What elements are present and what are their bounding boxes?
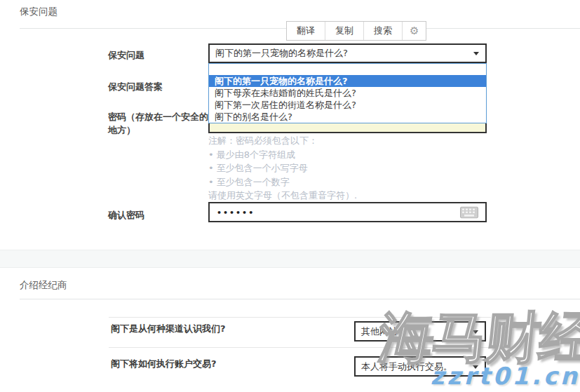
chevron-down-icon (473, 365, 478, 369)
dropdown-option-first-street[interactable]: 阁下第一次居住的街道名称是什么? (209, 99, 486, 111)
password-hint-line: 请使用英文字母（不包含重音字符）. (208, 189, 357, 203)
dropdown-option-mother-maiden-name[interactable]: 阁下母亲在未结婚前的姓氏是什么? (209, 87, 486, 99)
password-hint-line: • 至少包含一个小写字母 (208, 161, 357, 175)
security-question-selected-value: 阁下的第一只宠物的名称是什么? (210, 47, 348, 60)
masked-password-value: •••••• (217, 208, 255, 217)
referral-source-label: 阁下是从何种渠道认识我们? (111, 323, 226, 335)
page: 保安问题 翻译 复制 搜索 ⚙ 保安问题 阁下的第一只宠物的名称是什么? 阁下的… (0, 0, 580, 392)
confirm-password-input[interactable]: •••••• (208, 202, 487, 222)
confirm-password-label: 确认密码 (108, 208, 144, 222)
keyboard-icon (460, 206, 478, 218)
row-divider (109, 317, 491, 318)
password-hints: 注解：密码必须包含以下： • 最少由8个字符组成 • 至少包含一个小写字母 • … (208, 134, 357, 203)
chevron-down-icon (473, 52, 479, 55)
trade-execution-selected-value: 本人将手动执行交易。 (356, 360, 452, 373)
dropdown-option-blank[interactable] (209, 64, 486, 75)
dropdown-option-pet-name[interactable]: 阁下的第一只宠物的名称是什么? (209, 75, 486, 87)
referral-source-select[interactable]: 其他网站 (354, 321, 486, 342)
trade-execution-select[interactable]: 本人将手动执行交易。 (354, 356, 486, 377)
password-hint-line: 注解：密码必须包含以下： (208, 134, 357, 148)
section-divider (20, 299, 580, 299)
translate-popup-toolbar: 翻译 复制 搜索 ⚙ (286, 21, 426, 41)
password-label: 密码（存放在一个安全的地方） (108, 110, 212, 137)
search-button[interactable]: 搜索 (363, 22, 402, 40)
copy-button[interactable]: 复制 (325, 22, 363, 40)
password-hint-line: • 至少包含一个数字 (208, 175, 357, 189)
gear-icon: ⚙ (410, 25, 419, 37)
chevron-down-icon (473, 330, 478, 334)
section-gap (0, 250, 580, 268)
translate-button[interactable]: 翻译 (287, 22, 325, 40)
section-title-broker: 介绍经纪商 (20, 279, 67, 292)
referral-source-selected-value: 其他网站 (356, 325, 398, 338)
section-title-security: 保安问题 (20, 6, 58, 18)
security-answer-label: 保安问题答案 (108, 80, 163, 93)
security-question-dropdown-list: 阁下的第一只宠物的名称是什么? 阁下母亲在未结婚前的姓氏是什么? 阁下第一次居住… (208, 63, 487, 123)
password-hint-line: • 最少由8个字符组成 (208, 148, 357, 162)
trade-execution-label: 阁下将如何执行账户交易? (111, 358, 217, 370)
settings-button[interactable]: ⚙ (402, 22, 426, 40)
security-question-select[interactable]: 阁下的第一只宠物的名称是什么? (208, 43, 487, 63)
row-divider (109, 347, 491, 348)
dropdown-option-nickname[interactable]: 阁下的别名是什么? (209, 111, 486, 123)
security-question-label: 保安问题 (108, 48, 144, 62)
